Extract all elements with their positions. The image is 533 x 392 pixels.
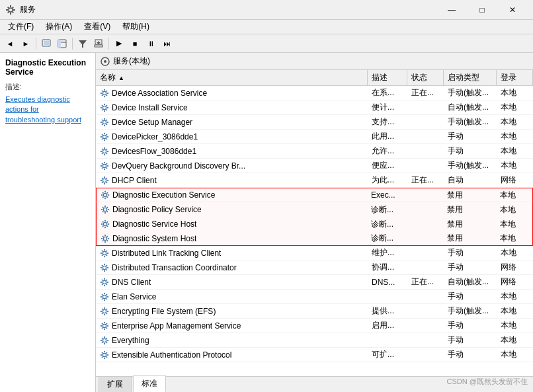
menu-action[interactable]: 操作(A)	[40, 20, 77, 34]
table-row[interactable]: Diagnostic System Host诊断...禁用本地	[96, 231, 533, 246]
service-name: DevicesFlow_3086dde1	[112, 147, 196, 156]
svg-rect-179	[107, 340, 108, 341]
table-body[interactable]: Device Association Service在系...正在...手动(触…	[96, 86, 533, 376]
table-row[interactable]: Distributed Transaction Coordinator协调...…	[96, 260, 533, 275]
col-description[interactable]: 描述	[368, 70, 407, 85]
forward-button[interactable]: ►	[19, 36, 33, 51]
menu-bar: 文件(F) 操作(A) 查看(V) 帮助(H)	[0, 20, 533, 34]
svg-rect-138	[106, 269, 107, 270]
svg-rect-171	[101, 323, 102, 324]
menu-file[interactable]: 文件(F)	[3, 20, 39, 34]
svg-rect-78	[104, 182, 105, 184]
svg-rect-101	[102, 211, 103, 212]
up-button[interactable]	[39, 36, 54, 51]
svg-rect-170	[107, 325, 108, 327]
svg-rect-135	[101, 264, 102, 266]
table-row[interactable]: Elan Service手动本地	[96, 290, 533, 304]
pause-button[interactable]: ⏸	[144, 36, 158, 51]
col-startup[interactable]: 启动类型	[444, 70, 497, 85]
svg-rect-110	[102, 225, 103, 227]
svg-rect-47	[101, 124, 102, 125]
svg-rect-134	[107, 267, 108, 268]
close-button[interactable]: ✕	[497, 0, 528, 20]
table-row[interactable]: Diagnostic Service Host诊断...禁用本地	[96, 217, 533, 231]
svg-rect-93	[106, 196, 108, 198]
svg-rect-129	[106, 255, 107, 256]
table-row[interactable]: DHCP Client为此...正在...自动网络	[96, 173, 533, 188]
back-button[interactable]: ◄	[3, 36, 17, 51]
svg-rect-82	[106, 177, 107, 178]
svg-rect-140	[104, 278, 105, 279]
svg-rect-29	[101, 95, 102, 96]
table-row[interactable]: DevQuery Background Discovery Br...便应...…	[96, 159, 533, 173]
table-row[interactable]: Diagnostic Execution ServiceExec...禁用本地	[96, 188, 533, 202]
svg-rect-35	[107, 107, 108, 108]
svg-rect-96	[104, 212, 106, 214]
service-icon	[101, 190, 110, 200]
service-name: DevQuery Background Discovery Br...	[112, 161, 245, 171]
svg-rect-150	[104, 299, 105, 300]
svg-rect-44	[107, 122, 108, 123]
svg-rect-113	[104, 234, 106, 235]
table-row[interactable]: DNS ClientDNS...正在...自动(触发...网络	[96, 275, 533, 290]
stop-button[interactable]: ■	[128, 36, 142, 51]
table-row[interactable]: Diagnostic Policy Service诊断...禁用本地	[96, 202, 533, 217]
svg-rect-42	[104, 124, 105, 126]
table-row[interactable]: Distributed Link Tracking Client维护...手动本…	[96, 246, 533, 260]
svg-rect-187	[101, 354, 102, 356]
table-row[interactable]: Encrypting File System (EFS)提供...手动(触发..…	[96, 304, 533, 319]
svg-rect-132	[104, 270, 105, 271]
start-button[interactable]: ▶	[112, 36, 126, 51]
svg-rect-11	[44, 46, 48, 47]
table-row[interactable]: Everything手动本地	[96, 333, 533, 348]
show-hide-button[interactable]	[55, 36, 69, 51]
left-desc: Executes diagnostic actions for troubles…	[5, 95, 90, 125]
svg-point-175	[102, 338, 106, 342]
table-row[interactable]: Extensible Authentication Protocol可扩...手…	[96, 348, 533, 362]
service-name: Diagnostic Execution Service	[112, 190, 215, 200]
maximize-button[interactable]: □	[467, 0, 497, 20]
table-row[interactable]: Enterprise App Management Service启用...手动…	[96, 319, 533, 333]
minimize-button[interactable]: —	[436, 0, 467, 20]
svg-rect-133	[101, 267, 102, 268]
separator-1	[36, 38, 36, 50]
svg-rect-36	[101, 104, 102, 106]
svg-rect-155	[101, 298, 102, 299]
service-name: DNS Client	[112, 278, 151, 287]
left-panel-title: Diagnostic Execution Service	[5, 58, 90, 77]
tab-expand[interactable]: 扩展	[99, 376, 132, 392]
table-row[interactable]: DevicePicker_3086dde1此用...手动本地	[96, 130, 533, 144]
service-icon	[100, 263, 109, 272]
svg-rect-92	[102, 196, 103, 198]
menu-view[interactable]: 查看(V)	[79, 20, 116, 34]
svg-rect-91	[106, 192, 108, 193]
service-icon	[100, 350, 109, 360]
svg-rect-62	[107, 151, 108, 152]
restart-button[interactable]: ⏭	[159, 36, 174, 51]
service-icon	[100, 249, 109, 258]
col-name[interactable]: 名称 ▲	[96, 70, 368, 85]
svg-rect-87	[104, 198, 106, 199]
svg-rect-57	[106, 138, 107, 139]
svg-rect-4	[13, 9, 15, 11]
svg-rect-52	[101, 136, 102, 137]
table-row[interactable]: Device Install Service便计...自动(触发...本地	[96, 100, 533, 115]
svg-rect-161	[107, 311, 108, 312]
menu-help[interactable]: 帮助(H)	[117, 20, 155, 34]
svg-rect-77	[104, 176, 105, 177]
svg-rect-43	[101, 122, 102, 123]
col-status[interactable]: 状态	[407, 70, 444, 85]
svg-rect-168	[104, 328, 105, 329]
col-login[interactable]: 登录	[497, 70, 533, 85]
table-row[interactable]: Device Setup Manager支持...手动(触发...本地	[96, 115, 533, 130]
service-icon	[100, 103, 109, 112]
tab-standard[interactable]: 标准	[133, 375, 166, 392]
filter-button[interactable]	[75, 36, 90, 51]
export-button[interactable]	[91, 36, 106, 51]
svg-rect-169	[101, 325, 102, 327]
svg-point-0	[9, 8, 13, 12]
svg-rect-177	[104, 342, 105, 344]
table-row[interactable]: DevicesFlow_3086dde1允许...手动本地	[96, 144, 533, 159]
svg-rect-48	[106, 124, 107, 125]
table-row[interactable]: Device Association Service在系...正在...手动(触…	[96, 86, 533, 100]
